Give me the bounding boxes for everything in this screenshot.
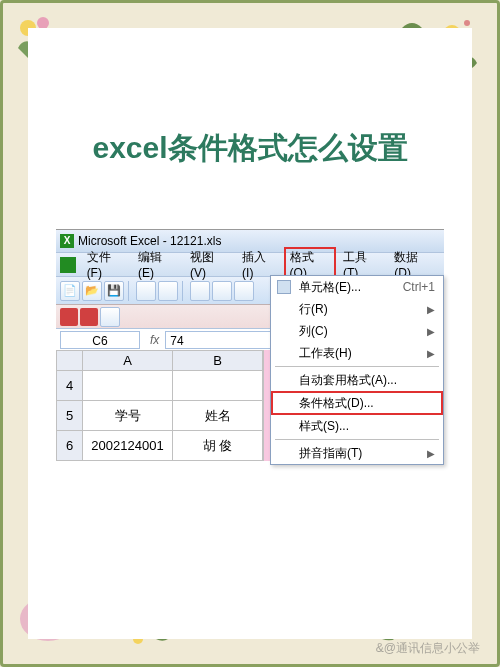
page-title: excel条件格式怎么设置 [92,128,407,169]
new-button[interactable] [60,281,80,301]
paste-button[interactable] [234,281,254,301]
dropdown-style[interactable]: 样式(S)... [271,415,443,437]
cut-button[interactable] [190,281,210,301]
excel-screenshot: Microsoft Excel - 12121.xls 文件(F) 编辑(E) … [56,229,444,461]
pdf-icon[interactable] [60,308,78,326]
dropdown-row-label: 行(R) [299,301,328,318]
save-button[interactable] [104,281,124,301]
cell-b6[interactable]: 胡 俊 [173,431,263,461]
submenu-arrow-icon: ▶ [427,304,435,315]
cells-icon [277,280,291,294]
dropdown-autoformat-label: 自动套用格式(A)... [299,372,397,389]
dropdown-autoformat[interactable]: 自动套用格式(A)... [271,369,443,391]
dropdown-phonetic-label: 拼音指南(T) [299,445,362,462]
dropdown-cells-label: 单元格(E)... [299,279,361,296]
toolbar-separator [182,281,186,301]
name-box[interactable]: C6 [60,331,140,349]
cell-a6[interactable]: 2002124001 [83,431,173,461]
window-title: Microsoft Excel - 12121.xls [78,234,221,248]
dropdown-conditional-label: 条件格式(D)... [299,395,374,412]
submenu-arrow-icon: ▶ [427,348,435,359]
dropdown-conditional-format[interactable]: 条件格式(D)... [271,391,443,415]
content-card: excel条件格式怎么设置 Microsoft Excel - 12121.xl… [28,28,472,639]
fx-icon[interactable]: fx [144,333,165,347]
menu-edit[interactable]: 编辑(E) [132,247,183,282]
dropdown-separator [275,439,439,440]
dropdown-sheet-label: 工作表(H) [299,345,352,362]
column-header-b[interactable]: B [173,351,263,371]
open-button[interactable] [82,281,102,301]
menubar: 文件(F) 编辑(E) 视图(V) 插入(I) 格式(O) 工具(T) 数据(D… [56,252,444,276]
dropdown-column-label: 列(C) [299,323,328,340]
excel-logo-icon [60,257,76,273]
menu-view[interactable]: 视图(V) [184,247,235,282]
watermark: &@通讯信息小公举 [376,640,480,657]
toolbar-separator [128,281,132,301]
dropdown-separator [275,366,439,367]
cell-a5[interactable]: 学号 [83,401,173,431]
dropdown-phonetic[interactable]: 拼音指南(T) ▶ [271,442,443,464]
excel-app-icon [60,234,74,248]
column-header-a[interactable]: A [83,351,173,371]
select-all-corner[interactable] [57,351,83,371]
preview-button[interactable] [158,281,178,301]
copy-button[interactable] [212,281,232,301]
print-button[interactable] [136,281,156,301]
dropdown-cells[interactable]: 单元格(E)... Ctrl+1 [271,276,443,298]
dropdown-style-label: 样式(S)... [299,418,349,435]
format-dropdown-menu: 单元格(E)... Ctrl+1 行(R) ▶ 列(C) ▶ 工作表(H) ▶ … [270,275,444,465]
cell-b5[interactable]: 姓名 [173,401,263,431]
row-header-6[interactable]: 6 [57,431,83,461]
submenu-arrow-icon: ▶ [427,326,435,337]
dropdown-sheet[interactable]: 工作表(H) ▶ [271,342,443,364]
tool-button[interactable] [100,307,120,327]
pdf-icon[interactable] [80,308,98,326]
submenu-arrow-icon: ▶ [427,448,435,459]
cell-b4[interactable] [173,371,263,401]
dropdown-row[interactable]: 行(R) ▶ [271,298,443,320]
shortcut-label: Ctrl+1 [403,280,435,294]
cell-a4[interactable] [83,371,173,401]
menu-file[interactable]: 文件(F) [81,247,131,282]
dropdown-column[interactable]: 列(C) ▶ [271,320,443,342]
row-header-5[interactable]: 5 [57,401,83,431]
row-header-4[interactable]: 4 [57,371,83,401]
